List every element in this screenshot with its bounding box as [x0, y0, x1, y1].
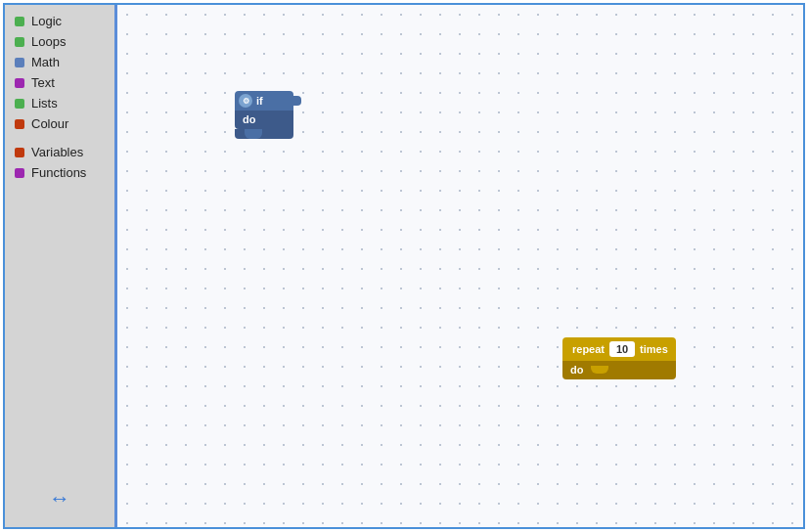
lists-color-dot [15, 99, 24, 109]
sidebar-resize-handle[interactable]: ↔ [49, 486, 70, 511]
if-right-connector [292, 96, 301, 106]
if-do-row: do [235, 111, 293, 129]
if-label: if [256, 95, 263, 107]
loops-color-dot [15, 37, 24, 47]
sidebar-item-label: Text [31, 75, 55, 90]
gear-icon[interactable]: ⚙ [239, 94, 252, 108]
sidebar-item-functions[interactable]: Functions [5, 162, 114, 183]
logic-color-dot [15, 17, 24, 26]
sidebar: Logic Loops Math Text Lists Colour Varia… [5, 5, 117, 527]
repeat-do-row: do [562, 361, 676, 379]
repeat-do-label: do [570, 364, 583, 376]
sidebar-item-lists[interactable]: Lists [5, 93, 114, 113]
functions-color-dot [15, 168, 24, 178]
sidebar-item-label: Lists [31, 96, 58, 111]
colour-color-dot [15, 119, 24, 129]
main-window: Logic Loops Math Text Lists Colour Varia… [3, 3, 805, 529]
sidebar-item-label: Loops [31, 34, 66, 49]
sidebar-divider [5, 134, 114, 142]
sidebar-item-variables[interactable]: Variables [5, 142, 114, 162]
text-color-dot [15, 78, 24, 88]
sidebar-item-label: Variables [31, 145, 83, 159]
sidebar-item-label: Functions [31, 165, 86, 180]
repeat-top-row: repeat times [562, 337, 676, 361]
repeat-block[interactable]: repeat times do [562, 337, 676, 379]
times-label: times [640, 343, 668, 355]
sidebar-item-logic[interactable]: Logic [5, 11, 114, 31]
if-do-label: do [243, 113, 255, 125]
sidebar-item-label: Math [31, 55, 60, 69]
repeat-notch [591, 366, 608, 374]
sidebar-item-label: Colour [31, 116, 68, 131]
sidebar-item-loops[interactable]: Loops [5, 31, 114, 52]
repeat-label: repeat [572, 343, 605, 355]
sidebar-item-math[interactable]: Math [5, 52, 114, 72]
sidebar-item-label: Logic [31, 14, 62, 28]
sidebar-item-text[interactable]: Text [5, 72, 114, 93]
variables-color-dot [15, 148, 24, 157]
if-top-row[interactable]: ⚙ if [235, 91, 293, 111]
block-canvas[interactable]: ⚙ if do repeat [117, 5, 803, 527]
repeat-count-input[interactable] [609, 341, 635, 357]
sidebar-item-colour[interactable]: Colour [5, 113, 114, 134]
if-block[interactable]: ⚙ if do [235, 91, 293, 139]
math-color-dot [15, 58, 24, 67]
